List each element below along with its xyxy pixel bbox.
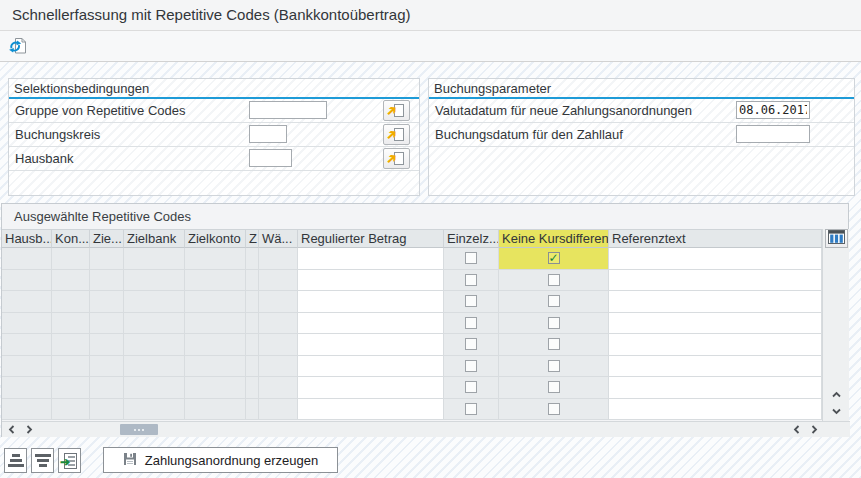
refresh-button[interactable] — [5, 34, 30, 59]
table-cell[interactable] — [609, 377, 822, 399]
table-cell[interactable] — [185, 248, 246, 270]
table-cell[interactable] — [90, 356, 124, 378]
table-cell[interactable] — [609, 334, 822, 356]
table-cell[interactable] — [609, 399, 822, 421]
table-cell[interactable] — [259, 313, 298, 335]
table-cell[interactable] — [185, 377, 246, 399]
column-header-1[interactable]: Hausb... — [2, 229, 52, 248]
table-cell[interactable] — [609, 313, 822, 335]
table-cell[interactable] — [444, 377, 499, 399]
table-cell[interactable] — [124, 248, 185, 270]
table-cell[interactable] — [444, 356, 499, 378]
table-cell[interactable] — [52, 313, 90, 335]
table-cell[interactable] — [499, 334, 609, 356]
table-cell[interactable] — [298, 313, 444, 335]
table-cell[interactable] — [2, 313, 52, 335]
checkbox[interactable] — [548, 403, 560, 415]
table-cell[interactable] — [90, 399, 124, 421]
table-cell[interactable] — [444, 313, 499, 335]
table-cell[interactable] — [259, 356, 298, 378]
table-cell[interactable] — [124, 399, 185, 421]
checkbox[interactable] — [548, 381, 560, 393]
table-cell[interactable] — [124, 291, 185, 313]
table-cell[interactable] — [124, 377, 185, 399]
hausbank-input[interactable] — [249, 149, 292, 167]
table-cell[interactable] — [246, 291, 259, 313]
table-cell[interactable] — [298, 399, 444, 421]
table-cell[interactable] — [499, 270, 609, 292]
table-cell[interactable] — [124, 356, 185, 378]
checkbox[interactable] — [465, 317, 477, 329]
column-header-11[interactable]: Referenztext — [609, 229, 822, 248]
table-cell[interactable] — [259, 248, 298, 270]
table-cell[interactable] — [246, 377, 259, 399]
scroll-right-button[interactable] — [21, 422, 38, 437]
column-header-7[interactable]: Wä... — [259, 229, 298, 248]
checkbox[interactable] — [548, 317, 560, 329]
table-cell[interactable] — [52, 334, 90, 356]
table-settings-button[interactable] — [825, 229, 848, 248]
table-cell[interactable] — [124, 334, 185, 356]
checkbox-checked[interactable]: ✓ — [548, 252, 560, 264]
column-header-10[interactable]: Keine Kursdifferenz — [499, 229, 609, 248]
column-header-6[interactable]: Z — [246, 229, 259, 248]
table-cell[interactable] — [52, 356, 90, 378]
table-cell[interactable] — [444, 291, 499, 313]
column-header-4[interactable]: Zielbank — [124, 229, 185, 248]
checkbox[interactable] — [465, 403, 477, 415]
table-cell[interactable]: ✓ — [499, 248, 609, 270]
table-cell[interactable] — [499, 356, 609, 378]
checkbox[interactable] — [465, 381, 477, 393]
table-cell[interactable] — [499, 291, 609, 313]
table-cell[interactable] — [444, 248, 499, 270]
column-header-5[interactable]: Zielkonto — [185, 229, 246, 248]
sort-descending-button[interactable] — [31, 448, 54, 473]
table-cell[interactable] — [2, 248, 52, 270]
table-cell[interactable] — [185, 334, 246, 356]
horizontal-scroll-thumb[interactable] — [120, 424, 158, 435]
table-cell[interactable] — [444, 270, 499, 292]
checkbox[interactable] — [548, 338, 560, 350]
table-cell[interactable] — [246, 399, 259, 421]
table-cell[interactable] — [90, 291, 124, 313]
table-cell[interactable] — [90, 377, 124, 399]
checkbox[interactable] — [548, 295, 560, 307]
table-cell[interactable] — [259, 377, 298, 399]
table-cell[interactable] — [499, 313, 609, 335]
checkbox[interactable] — [548, 274, 560, 286]
table-cell[interactable] — [185, 313, 246, 335]
table-cell[interactable] — [185, 399, 246, 421]
table-cell[interactable] — [298, 291, 444, 313]
table-cell[interactable] — [298, 356, 444, 378]
multiple-selection-button-buchungskreis[interactable]: ➔ — [383, 124, 410, 145]
multiple-selection-button-hausbank[interactable]: ➔ — [383, 148, 410, 169]
table-cell[interactable] — [124, 270, 185, 292]
sort-ascending-button[interactable] — [4, 448, 27, 473]
table-cell[interactable] — [2, 356, 52, 378]
table-cell[interactable] — [52, 270, 90, 292]
scroll-right-end-button[interactable] — [806, 422, 823, 437]
table-cell[interactable] — [259, 334, 298, 356]
table-cell[interactable] — [185, 270, 246, 292]
table-cell[interactable] — [2, 377, 52, 399]
table-cell[interactable] — [609, 248, 822, 270]
table-cell[interactable] — [90, 313, 124, 335]
table-cell[interactable] — [609, 291, 822, 313]
scroll-down-button[interactable] — [825, 403, 848, 420]
table-cell[interactable] — [52, 248, 90, 270]
column-header-8[interactable]: Regulierter Betrag — [298, 229, 444, 248]
checkbox[interactable] — [465, 295, 477, 307]
choose-entries-button[interactable]: ➔ — [58, 448, 81, 473]
table-cell[interactable] — [444, 334, 499, 356]
column-header-9[interactable]: Einzelz... — [444, 229, 499, 248]
table-cell[interactable] — [52, 291, 90, 313]
column-header-3[interactable]: Zie... — [90, 229, 124, 248]
scroll-left-end-button[interactable] — [788, 422, 805, 437]
table-cell[interactable] — [52, 399, 90, 421]
multiple-selection-button-gruppe[interactable]: ➔ — [383, 100, 410, 121]
table-cell[interactable] — [90, 270, 124, 292]
table-cell[interactable] — [52, 377, 90, 399]
table-cell[interactable] — [185, 291, 246, 313]
valutadatum-input[interactable] — [736, 101, 810, 119]
table-cell[interactable] — [246, 334, 259, 356]
